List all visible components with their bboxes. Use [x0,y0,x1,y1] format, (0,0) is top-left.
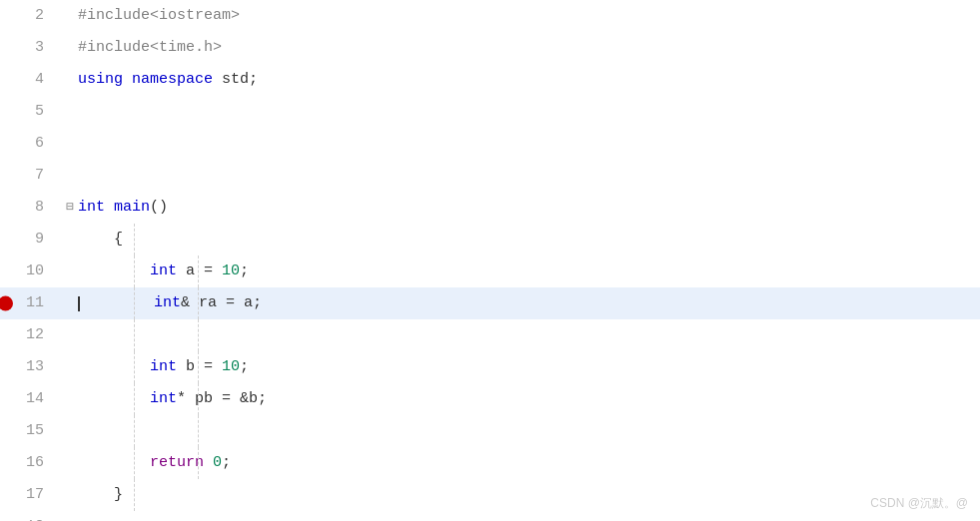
token-inc: #include<iostream> [78,7,240,24]
line-number: 12 [0,323,60,347]
indent-space [78,231,114,248]
indent-space [78,454,150,471]
code-line: 10 int a = 10; [0,256,980,287]
code-content: return 0; [74,451,980,475]
token-text: ; [240,358,249,375]
indent-space [78,262,150,279]
code-content [74,419,980,443]
indent-guide-2 [198,287,199,319]
token-kw: int [150,358,177,375]
token-text: { [114,231,123,248]
indent-guide-2 [198,415,199,447]
code-line: 4using namespace std; [0,64,980,96]
token-kw: namespace [132,71,213,88]
line-number: 7 [0,164,60,188]
code-line: 6 [0,128,980,160]
indent-guide-2 [198,256,199,287]
code-line: 5 [0,96,980,128]
code-content: int& ra = a; [74,291,980,315]
token-text: & ra = a; [181,294,262,311]
line-number: 2 [0,4,60,28]
indent-space [78,390,150,407]
line-number: 4 [0,68,60,92]
code-line: 7 [0,160,980,192]
token-text [123,71,132,88]
code-line: 2#include<iostream> [0,0,980,32]
indent-space [78,326,150,343]
token-text [105,199,114,216]
token-text: ; [222,454,231,471]
code-content: int* pb = &b; [74,387,980,411]
token-text: * pb = &b; [177,390,267,407]
line-number: 6 [0,132,60,156]
indent-guide-1 [134,415,135,447]
token-text: () [150,199,168,216]
code-line: 11 int& ra = a; [0,287,980,319]
token-text: ; [240,262,249,279]
token-purple: return [150,454,204,471]
text-cursor [78,296,80,311]
indent-guide-1 [134,351,135,383]
code-line: 8⊟int main() [0,192,980,224]
token-text: a = [177,262,222,279]
code-editor: 2#include<iostream>3#include<time.h>4usi… [0,0,980,521]
code-line: 18 [0,511,980,521]
token-kw: using [78,71,123,88]
token-text [204,454,213,471]
code-line: 13 int b = 10; [0,351,980,383]
code-content: #include<time.h> [74,36,980,60]
indent-space [78,486,114,503]
indent-guide-1 [134,447,135,479]
indent-guide-2 [198,351,199,383]
indent-space [78,422,150,439]
token-text: b = [177,358,222,375]
indent-guide-1 [134,319,135,351]
code-lines: 2#include<iostream>3#include<time.h>4usi… [0,0,980,521]
line-number: 9 [0,228,60,252]
token-text: } [114,486,123,503]
line-number: 10 [0,260,60,283]
fold-icon[interactable]: ⊟ [66,198,74,219]
line-number: 3 [0,36,60,60]
token-num: 0 [213,454,222,471]
token-fn: main [114,199,150,216]
indent-guide-2 [198,319,199,351]
code-content: #include<iostream> [74,4,980,28]
token-inc: #include<time.h> [78,39,222,56]
line-number: 14 [0,387,60,411]
code-content: int a = 10; [74,260,980,283]
code-line: 12 [0,319,980,351]
token-kw: int [154,294,181,311]
code-line: 15 [0,415,980,447]
indent-guide-1 [134,287,135,319]
line-number: 15 [0,419,60,443]
line-number: 5 [0,100,60,124]
token-kw: int [150,262,177,279]
code-content [74,323,980,347]
code-line: 9 { [0,224,980,256]
line-number: 8 [0,196,60,220]
indent-space [78,358,150,375]
token-num: 10 [222,358,240,375]
line-number: 17 [0,483,60,507]
code-line: 17 } [0,479,980,511]
token-text: std; [213,71,258,88]
indent-guide-2 [198,383,199,415]
code-line: 16 return 0; [0,447,980,479]
token-kw: int [78,199,105,216]
indent-space [82,294,154,311]
code-content: { [74,228,980,252]
indent-guide-1 [134,256,135,287]
token-kw: int [150,390,177,407]
code-content: } [74,483,980,507]
code-line: 14 int* pb = &b; [0,383,980,415]
indent-guide-1 [134,224,135,256]
code-content: int b = 10; [74,355,980,379]
indent-guide-1 [134,479,135,511]
watermark: CSDN @沉默。@ [870,494,968,513]
code-content: int main() [74,196,980,220]
indent-guide-2 [198,447,199,479]
indent-guide-1 [134,383,135,415]
line-number: 16 [0,451,60,475]
token-num: 10 [222,262,240,279]
